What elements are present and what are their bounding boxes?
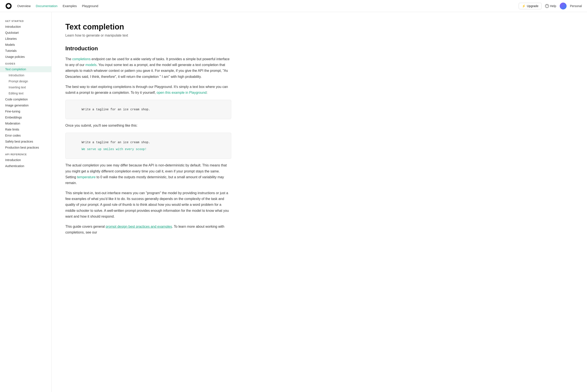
paragraph-1: The completions endpoint can be used for… xyxy=(65,56,231,80)
code-block-2: Write a tagline for an ice cream shop. W… xyxy=(65,133,231,159)
playground-link[interactable]: open this example in Playground xyxy=(157,91,207,94)
para5-text-before-link: This guide covers general xyxy=(65,225,106,228)
code1-text: Write a tagline for an ice cream shop. xyxy=(81,108,150,111)
sidebar-item-introduction[interactable]: Introduction xyxy=(0,24,51,30)
sidebar-item-models[interactable]: Models xyxy=(0,42,51,48)
paragraph-4: This simple text-in, text-out interface … xyxy=(65,190,231,219)
sidebar-section-get-started: GET STARTED Introduction Quickstart Libr… xyxy=(0,17,51,60)
temperature-link[interactable]: temperature xyxy=(77,175,95,179)
sidebar-item-tc-introduction[interactable]: Introduction xyxy=(0,72,51,78)
page-subtitle: Learn how to generate or manipulate text xyxy=(65,34,231,38)
section-title-api-reference: API REFERENCE xyxy=(0,150,51,157)
avatar[interactable] xyxy=(560,2,567,10)
sidebar-item-rate-limits[interactable]: Rate limits xyxy=(0,126,51,132)
help-circle-icon: ? xyxy=(545,4,549,8)
models-link[interactable]: models xyxy=(85,63,96,67)
intro-section-title: Introduction xyxy=(65,45,231,52)
nav-links: Overview Documentation Examples Playgrou… xyxy=(17,4,519,8)
para2-text-after: : xyxy=(207,91,207,94)
prompt-design-link[interactable]: prompt design best practices and example… xyxy=(106,225,172,228)
sidebar-item-error-codes[interactable]: Error codes xyxy=(0,132,51,138)
topnav: Overview Documentation Examples Playgrou… xyxy=(0,0,587,12)
personal-label[interactable]: Personal xyxy=(570,4,582,8)
nav-overview[interactable]: Overview xyxy=(17,4,31,8)
lightning-icon: ⚡ xyxy=(522,4,526,8)
sidebar-item-usage-policies[interactable]: Usage policies xyxy=(0,54,51,60)
main-content: Text completion Learn how to generate or… xyxy=(51,12,245,392)
page-layout: GET STARTED Introduction Quickstart Libr… xyxy=(0,12,587,392)
sidebar-item-authentication[interactable]: Authentication xyxy=(0,163,51,169)
sidebar-item-inserting-text[interactable]: Inserting text xyxy=(0,84,51,90)
upgrade-button[interactable]: ⚡ Upgrade xyxy=(519,3,542,9)
sidebar-item-tutorials[interactable]: Tutorials xyxy=(0,48,51,54)
sidebar-item-embeddings[interactable]: Embeddings xyxy=(0,114,51,120)
para1-text-before-link1: The xyxy=(65,57,72,61)
code-block-1: Write a tagline for an ice cream shop. xyxy=(65,100,231,119)
nav-documentation[interactable]: Documentation xyxy=(36,4,58,8)
sidebar-item-safety-best-practices[interactable]: Safety best practices xyxy=(0,138,51,144)
sidebar-item-text-completion[interactable]: Text completion xyxy=(0,66,51,72)
logo[interactable] xyxy=(5,2,12,10)
code2-line2: We serve up smiles with every scoop! xyxy=(81,148,146,151)
sidebar-item-libraries[interactable]: Libraries xyxy=(0,36,51,42)
code2-line1: Write a tagline for an ice cream shop. xyxy=(81,141,150,144)
paragraph-5: This guide covers general prompt design … xyxy=(65,224,231,235)
sidebar-item-prompt-design[interactable]: Prompt design xyxy=(0,78,51,84)
section-title-guides: GUIDES xyxy=(0,60,51,66)
sidebar-section-api-reference: API REFERENCE Introduction Authenticatio… xyxy=(0,150,51,169)
sidebar-item-image-generation[interactable]: Image generation xyxy=(0,102,51,108)
help-button[interactable]: ? Help xyxy=(545,4,556,8)
section-title-get-started: GET STARTED xyxy=(0,17,51,24)
upgrade-label: Upgrade xyxy=(527,4,539,8)
sidebar-item-fine-tuning[interactable]: Fine-tuning xyxy=(0,108,51,114)
sidebar-item-code-completion[interactable]: Code completion xyxy=(0,96,51,102)
sidebar-item-moderation[interactable]: Moderation xyxy=(0,120,51,126)
topnav-right: ⚡ Upgrade ? Help Personal xyxy=(519,2,582,10)
nav-examples[interactable]: Examples xyxy=(62,4,77,8)
help-label: Help xyxy=(550,4,556,8)
sidebar-section-guides: GUIDES Text completion Introduction Prom… xyxy=(0,60,51,150)
completions-link[interactable]: completions xyxy=(72,57,90,61)
sidebar-item-quickstart[interactable]: Quickstart xyxy=(0,30,51,36)
sidebar-item-editing-text[interactable]: Editing text xyxy=(0,90,51,96)
page-title: Text completion xyxy=(65,22,231,32)
nav-playground[interactable]: Playground xyxy=(82,4,98,8)
sidebar-item-production-best-practices[interactable]: Production best practices xyxy=(0,144,51,150)
sidebar-item-api-introduction[interactable]: Introduction xyxy=(0,157,51,163)
paragraph-3: The actual completion you see may differ… xyxy=(65,162,231,186)
once-submit-text: Once you submit, you'll see something li… xyxy=(65,122,231,128)
sidebar: GET STARTED Introduction Quickstart Libr… xyxy=(0,12,51,392)
paragraph-2: The best way to start exploring completi… xyxy=(65,84,231,96)
